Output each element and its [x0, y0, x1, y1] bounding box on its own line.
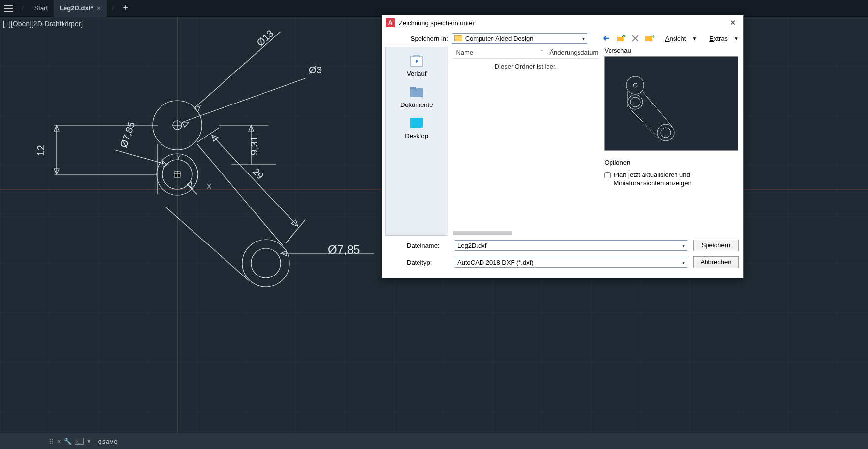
- folder-combo[interactable]: Computer-Aided Design ▾: [452, 33, 587, 44]
- chevron-down-icon: ▾: [582, 36, 585, 41]
- place-desktop[interactable]: Desktop: [386, 113, 448, 142]
- svg-point-52: [50, 443, 51, 444]
- update-thumbnails-label: Plan jetzt aktualisieren und Miniaturans…: [613, 171, 692, 188]
- svg-line-48: [643, 91, 672, 127]
- svg-line-10: [197, 144, 283, 246]
- delete-button[interactable]: [630, 33, 641, 44]
- chevron-down-icon: ▾: [682, 260, 685, 265]
- col-name[interactable]: Name: [453, 49, 537, 56]
- svg-point-44: [630, 97, 640, 107]
- svg-point-8: [251, 248, 281, 278]
- preview-label: Vorschau: [604, 47, 739, 54]
- svg-point-41: [626, 76, 644, 94]
- svg-point-7: [242, 240, 289, 287]
- svg-line-49: [631, 110, 659, 138]
- folder-icon: [454, 35, 462, 41]
- chevron-down-icon[interactable]: ▼: [87, 439, 92, 444]
- svg-rect-38: [410, 88, 423, 97]
- cad-drawing: [0, 17, 394, 362]
- svg-point-46: [661, 128, 671, 138]
- tab-active-label: Leg2D.dxf*: [60, 4, 93, 12]
- svg-rect-40: [410, 118, 423, 128]
- svg-rect-31: [617, 37, 624, 41]
- svg-point-51: [50, 441, 51, 442]
- filename-label: Dateiname:: [387, 242, 449, 249]
- svg-text:+: +: [651, 33, 655, 40]
- tab-start-label: Start: [34, 4, 48, 12]
- place-desktop-label: Desktop: [405, 132, 428, 139]
- extras-menu[interactable]: Extras: [707, 35, 730, 42]
- wrench-icon[interactable]: 🔧: [64, 438, 72, 445]
- app-menu-button[interactable]: [0, 0, 17, 17]
- command-text[interactable]: _qsave: [95, 438, 118, 445]
- cancel-button[interactable]: Abbrechen: [693, 256, 739, 268]
- svg-rect-39: [410, 87, 416, 89]
- tab-separator: /: [17, 4, 29, 12]
- svg-line-24: [197, 128, 219, 142]
- nav-back-button[interactable]: [601, 33, 611, 44]
- dim-d3: Ø3: [309, 65, 322, 76]
- update-thumbnails-checkbox[interactable]: [604, 172, 611, 178]
- grip-icon[interactable]: [49, 438, 54, 445]
- tab-separator-2: /: [107, 4, 119, 12]
- desktop-icon: [409, 116, 424, 130]
- place-history-label: Verlauf: [407, 70, 426, 77]
- preview-drawing: [605, 57, 739, 151]
- file-list[interactable]: Name ˄ Änderungsdatum Dieser Ordner ist …: [453, 47, 598, 236]
- svg-line-15: [114, 150, 167, 165]
- new-folder-button[interactable]: +: [644, 33, 655, 44]
- app-icon: A: [386, 18, 395, 27]
- save-button[interactable]: Speichern: [693, 240, 739, 251]
- save-dialog: A Zeichnung speichern unter ✕ Speichern …: [382, 15, 744, 278]
- nav-up-button[interactable]: [615, 33, 626, 44]
- dim-931: 9,31: [249, 136, 260, 155]
- close-icon[interactable]: ×: [57, 438, 61, 445]
- file-list-header: Name ˄ Änderungsdatum: [453, 47, 598, 59]
- svg-line-14: [182, 78, 305, 122]
- tab-active[interactable]: Leg2D.dxf* ×: [54, 0, 107, 17]
- options-label: Optionen: [604, 159, 739, 166]
- sort-indicator-icon[interactable]: ˄: [537, 49, 547, 56]
- dialog-title: Zeichnung speichern unter: [399, 19, 726, 27]
- col-date[interactable]: Änderungsdatum: [547, 49, 598, 56]
- dim-12: 12: [35, 145, 47, 156]
- history-icon: [409, 54, 424, 68]
- axis-y-label: Y: [176, 153, 181, 161]
- documents-icon: [409, 85, 424, 99]
- tab-start[interactable]: Start: [29, 0, 54, 17]
- svg-point-50: [50, 439, 51, 440]
- svg-line-11: [165, 207, 249, 280]
- filename-value: Leg2D.dxf: [457, 242, 486, 249]
- empty-folder-text: Dieser Ordner ist leer.: [453, 59, 598, 70]
- save-in-label: Speichern in:: [387, 35, 448, 42]
- view-label[interactable]: [−][Oben][2D-Drahtkörper]: [3, 20, 83, 28]
- horizontal-scrollbar[interactable]: [453, 231, 512, 235]
- places-bar: Verlauf Dokumente Desktop: [385, 47, 448, 236]
- place-documents-label: Dokumente: [400, 101, 433, 108]
- axis-x-label: X: [207, 182, 211, 190]
- new-tab-button[interactable]: +: [119, 3, 132, 13]
- chevron-down-icon: ▾: [682, 243, 685, 248]
- filename-input[interactable]: Leg2D.dxf ▾: [455, 240, 687, 251]
- svg-point-42: [633, 83, 637, 87]
- filetype-combo[interactable]: AutoCAD 2018 DXF (*.dxf) ▾: [455, 257, 687, 268]
- place-documents[interactable]: Dokumente: [386, 82, 448, 111]
- place-history[interactable]: Verlauf: [386, 51, 448, 80]
- command-prompt-icon[interactable]: >_: [75, 438, 84, 445]
- svg-point-54: [52, 441, 53, 442]
- preview-box: [604, 56, 738, 151]
- dim-d785b: Ø7,85: [328, 243, 360, 257]
- svg-point-55: [52, 443, 53, 444]
- filetype-value: AutoCAD 2018 DXF (*.dxf): [457, 259, 534, 266]
- filetype-label: Dateityp:: [387, 259, 449, 266]
- status-bar: × 🔧 >_ ▼ _qsave: [0, 433, 868, 449]
- svg-point-53: [52, 439, 53, 440]
- tab-close-icon[interactable]: ×: [97, 4, 101, 12]
- svg-point-45: [657, 124, 674, 141]
- dialog-close-button[interactable]: ✕: [726, 18, 739, 27]
- view-menu[interactable]: AAnsichtnsicht: [663, 35, 688, 42]
- folder-name: Computer-Aided Design: [465, 35, 534, 42]
